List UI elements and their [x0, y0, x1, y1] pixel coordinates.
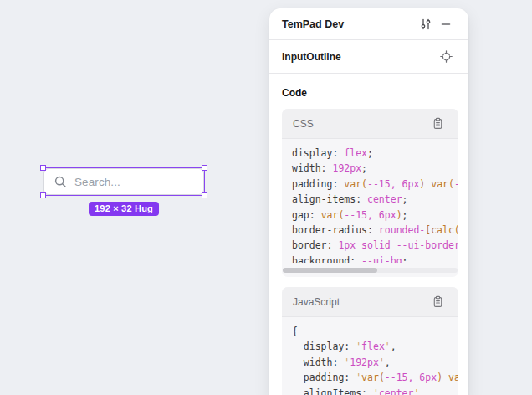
code-line: alignItems: 'center',	[292, 386, 448, 395]
css-code-card: CSS display: flex;width: 192px;padding: …	[282, 109, 458, 277]
code-line: width: '192px',	[292, 355, 448, 370]
scrollbar-thumb[interactable]	[283, 268, 377, 273]
code-line: padding: var(--15, 6px) var(--	[292, 177, 448, 192]
code-section: Code	[269, 74, 468, 100]
js-code: { display: 'flex', width: '192px', paddi…	[282, 317, 458, 395]
code-section-title: Code	[282, 85, 456, 100]
selection-handle-top-left[interactable]	[40, 165, 46, 171]
code-line: display: flex;	[292, 146, 448, 161]
code-line: background: --ui-bg;	[292, 254, 448, 263]
code-line: display: 'flex',	[292, 339, 448, 354]
css-card-label: CSS	[293, 118, 427, 130]
copy-icon[interactable]	[427, 114, 448, 134]
css-code: display: flex;width: 192px;padding: var(…	[282, 139, 458, 263]
figma-canvas-with-plugin: { "canvas": { "search": { "placeholder":…	[0, 0, 532, 395]
js-code-card: JavaScript { display: 'flex', width: '19…	[282, 287, 458, 395]
code-line: padding: 'var(--15, 6px) va	[292, 370, 448, 385]
copy-icon[interactable]	[427, 292, 448, 312]
selection-size-badge: 192 × 32 Hug	[89, 202, 159, 216]
code-line: {	[292, 324, 448, 339]
code-line: border: 1px solid --ui-border-	[292, 238, 448, 253]
sliders-icon[interactable]	[416, 14, 436, 34]
code-line: width: 192px;	[292, 161, 448, 176]
selection-handle-top-right[interactable]	[202, 165, 207, 171]
plugin-header: TemPad Dev	[269, 8, 468, 40]
js-card-label: JavaScript	[293, 296, 427, 308]
css-card-header: CSS	[282, 109, 458, 139]
selected-input-component[interactable]: Search...	[43, 168, 204, 195]
component-row: InputOutline	[269, 40, 468, 74]
search-placeholder: Search...	[74, 176, 120, 188]
search-input[interactable]: Search...	[43, 168, 204, 195]
search-icon	[54, 175, 68, 189]
code-line: align-items: center;	[292, 192, 448, 207]
component-name: InputOutline	[282, 51, 436, 63]
code-line: border-radius: rounded-[calc(v	[292, 223, 448, 238]
locate-icon[interactable]	[436, 47, 456, 67]
code-line: gap: var(--15, 6px);	[292, 208, 448, 223]
horizontal-scrollbar	[283, 268, 458, 273]
minimize-icon[interactable]	[436, 14, 456, 34]
plugin-title: TemPad Dev	[282, 18, 416, 30]
selection-handle-bottom-left[interactable]	[40, 192, 46, 198]
tempad-dev-plugin-panel: TemPad Dev InputOutline	[269, 8, 468, 395]
js-card-header: JavaScript	[282, 287, 458, 317]
selection-handle-bottom-right[interactable]	[202, 192, 207, 198]
